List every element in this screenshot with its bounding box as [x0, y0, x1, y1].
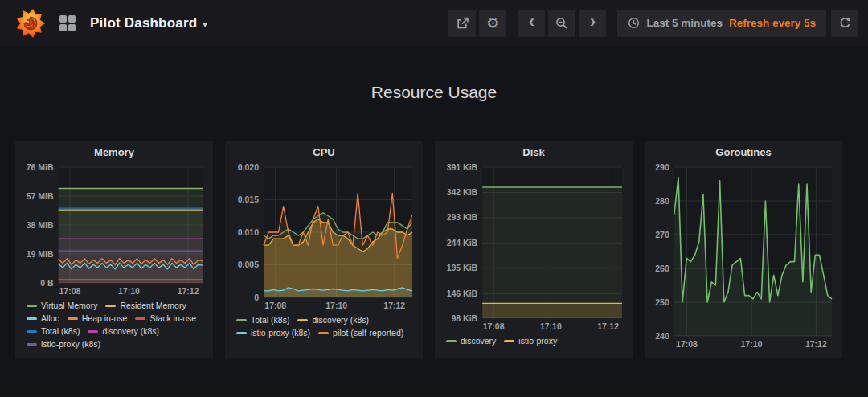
- svg-text:240: 240: [655, 331, 669, 341]
- legend-item[interactable]: Stack in-use: [135, 313, 196, 324]
- legend-label: Resident Memory: [120, 301, 186, 311]
- legend-item[interactable]: Resident Memory: [105, 301, 186, 311]
- svg-text:250: 250: [655, 297, 669, 307]
- dashboard-grid-icon[interactable]: [59, 15, 76, 31]
- gear-icon: ⚙: [486, 16, 499, 31]
- goroutines-chart[interactable]: 17:0817:1017:12240250260270280290: [651, 162, 836, 351]
- svg-text:57 MiB: 57 MiB: [27, 191, 54, 201]
- svg-text:38 MiB: 38 MiB: [27, 220, 54, 230]
- legend-item[interactable]: discovery (k8s): [88, 326, 159, 337]
- top-navbar: Pilot Dashboard ▾ ⚙ ‹ ›: [0, 0, 868, 46]
- panel-title-goroutines[interactable]: Goroutines: [651, 143, 836, 162]
- svg-text:17:08: 17:08: [676, 339, 698, 349]
- time-back-button[interactable]: ‹: [518, 10, 545, 37]
- legend-item[interactable]: discovery (k8s): [297, 315, 369, 325]
- memory-legend: Virtual MemoryResident MemoryAllocHeap i…: [22, 298, 207, 350]
- dashboard-title: Pilot Dashboard: [90, 15, 197, 31]
- grafana-logo-icon[interactable]: [14, 7, 47, 39]
- legend-label: Heap in-use: [82, 313, 128, 324]
- legend-label: discovery: [461, 336, 496, 346]
- svg-text:17:10: 17:10: [326, 301, 347, 310]
- svg-text:391 KiB: 391 KiB: [447, 162, 478, 172]
- legend-swatch: [27, 343, 37, 346]
- svg-text:293 KiB: 293 KiB: [447, 212, 478, 222]
- panel-cpu: CPU 17:0817:1017:1200.0050.0100.0150.020…: [225, 141, 423, 358]
- disk-legend: discoveryistio-proxy: [441, 334, 626, 346]
- svg-text:17:12: 17:12: [178, 286, 199, 296]
- legend-swatch: [236, 319, 247, 321]
- legend-item[interactable]: Heap in-use: [68, 313, 128, 324]
- legend-label: Total (k8s): [251, 315, 289, 325]
- svg-text:17:10: 17:10: [118, 286, 140, 296]
- legend-label: istio-proxy: [518, 336, 557, 346]
- zoom-out-button[interactable]: [548, 10, 575, 37]
- legend-label: pilot (self-reported): [333, 328, 403, 338]
- dashboard-title-dropdown[interactable]: Pilot Dashboard ▾: [90, 15, 207, 31]
- legend-swatch: [27, 330, 37, 333]
- svg-text:17:08: 17:08: [483, 321, 505, 331]
- svg-text:0.020: 0.020: [238, 162, 259, 172]
- panel-title-memory[interactable]: Memory: [22, 143, 207, 162]
- svg-text:0.010: 0.010: [238, 227, 259, 237]
- legend-item[interactable]: Total (k8s): [27, 326, 80, 337]
- panel-title-disk[interactable]: Disk: [441, 143, 626, 162]
- legend-swatch: [27, 317, 37, 320]
- chevron-right-icon: ›: [590, 13, 596, 33]
- legend-label: istio-proxy (k8s): [41, 339, 100, 350]
- legend-item[interactable]: discovery: [446, 336, 496, 346]
- svg-text:290: 290: [655, 162, 669, 172]
- time-forward-button[interactable]: ›: [579, 10, 606, 37]
- legend-swatch: [236, 332, 247, 334]
- goroutines-legend: [651, 351, 836, 354]
- panels-row: Memory 17:0817:1017:120 B19 MiB38 MiB57 …: [0, 141, 868, 358]
- legend-swatch: [318, 332, 329, 334]
- time-range-picker[interactable]: Last 5 minutes Refresh every 5s: [617, 10, 826, 37]
- legend-label: discovery (k8s): [102, 326, 159, 337]
- panel-title-cpu[interactable]: CPU: [231, 143, 416, 162]
- svg-text:17:08: 17:08: [264, 301, 286, 310]
- svg-text:0.005: 0.005: [238, 260, 259, 269]
- time-range-label: Last 5 minutes: [646, 17, 723, 29]
- navbar-controls: ⚙ ‹ › Last 5 minutes Refresh every 5s: [448, 10, 858, 37]
- legend-label: istio-proxy (k8s): [251, 328, 310, 338]
- cpu-legend: Total (k8s)discovery (k8s)istio-proxy (k…: [231, 313, 416, 338]
- svg-text:76 MiB: 76 MiB: [27, 162, 54, 172]
- legend-swatch: [27, 305, 37, 307]
- memory-chart[interactable]: 17:0817:1017:120 B19 MiB38 MiB57 MiB76 M…: [22, 162, 207, 298]
- panel-goroutines: Goroutines 17:0817:1017:1224025026027028…: [645, 141, 842, 358]
- svg-text:17:10: 17:10: [741, 339, 763, 349]
- legend-item[interactable]: Virtual Memory: [27, 301, 97, 311]
- zoom-out-icon: [555, 17, 568, 30]
- svg-text:0.015: 0.015: [238, 194, 259, 204]
- svg-text:280: 280: [655, 196, 669, 206]
- panel-memory: Memory 17:0817:1017:120 B19 MiB38 MiB57 …: [15, 141, 213, 358]
- legend-label: Virtual Memory: [41, 301, 97, 311]
- legend-item[interactable]: Total (k8s): [236, 315, 289, 325]
- svg-text:244 KiB: 244 KiB: [447, 238, 478, 248]
- legend-swatch: [135, 317, 145, 320]
- legend-item[interactable]: Alloc: [27, 313, 59, 324]
- legend-swatch: [68, 317, 78, 320]
- disk-chart[interactable]: 17:0817:1017:1298 KiB146 KiB195 KiB244 K…: [441, 162, 626, 334]
- svg-text:195 KiB: 195 KiB: [447, 263, 478, 272]
- cpu-chart[interactable]: 17:0817:1017:1200.0050.0100.0150.020: [231, 162, 416, 313]
- svg-text:0: 0: [254, 293, 259, 302]
- svg-text:17:12: 17:12: [805, 339, 827, 349]
- legend-item[interactable]: istio-proxy: [504, 336, 557, 346]
- share-button[interactable]: [448, 10, 476, 37]
- legend-item[interactable]: istio-proxy (k8s): [27, 339, 100, 350]
- settings-button[interactable]: ⚙: [479, 10, 506, 37]
- svg-text:17:10: 17:10: [540, 321, 562, 331]
- legend-item[interactable]: pilot (self-reported): [318, 328, 403, 338]
- legend-label: Alloc: [41, 313, 59, 324]
- row-title[interactable]: Resource Usage: [0, 83, 868, 102]
- svg-text:19 MiB: 19 MiB: [27, 249, 54, 259]
- svg-text:0 B: 0 B: [40, 278, 54, 288]
- legend-swatch: [504, 340, 514, 342]
- legend-item[interactable]: istio-proxy (k8s): [236, 328, 310, 338]
- panel-disk: Disk 17:0817:1017:1298 KiB146 KiB195 KiB…: [435, 141, 633, 358]
- svg-text:146 KiB: 146 KiB: [447, 289, 478, 298]
- legend-label: Total (k8s): [41, 326, 80, 337]
- legend-swatch: [446, 340, 457, 342]
- refresh-button[interactable]: [831, 10, 858, 37]
